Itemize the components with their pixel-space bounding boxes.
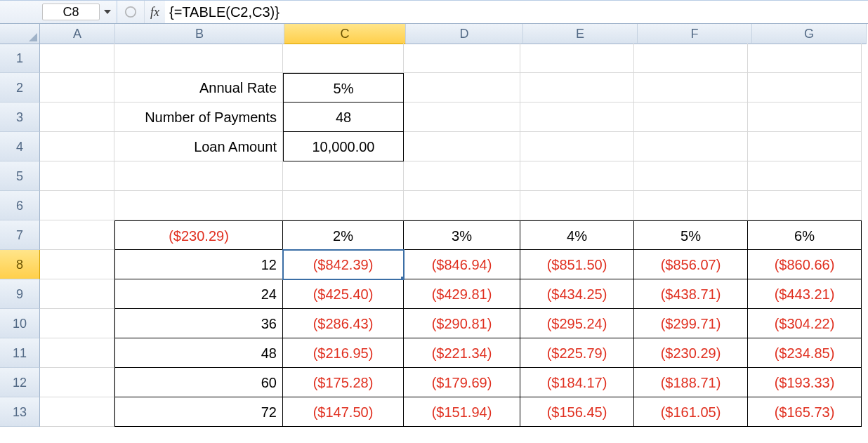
cell-F12[interactable]: ($188.71) — [634, 368, 748, 397]
cell-A12[interactable] — [40, 368, 114, 397]
cell-A13[interactable] — [40, 397, 114, 427]
cell-C1[interactable] — [283, 44, 404, 73]
fx-icon[interactable]: fx — [145, 5, 165, 20]
row-header-11[interactable]: 11 — [0, 338, 40, 368]
cell-B11[interactable]: 48 — [114, 338, 283, 368]
cell-F2[interactable] — [634, 73, 748, 103]
cell-C7[interactable]: 2% — [283, 220, 404, 250]
cell-D5[interactable] — [404, 161, 520, 191]
row-header-12[interactable]: 12 — [0, 368, 40, 397]
cell-G11[interactable]: ($234.85) — [748, 338, 862, 368]
cell-B6[interactable] — [114, 191, 283, 220]
cell-G10[interactable]: ($304.22) — [748, 309, 862, 338]
cell-D9[interactable]: ($429.81) — [404, 279, 520, 309]
cell-A4[interactable] — [40, 132, 114, 161]
cell-C8[interactable]: ($842.39) — [283, 250, 404, 279]
cell-E11[interactable]: ($225.79) — [520, 338, 634, 368]
cell-D7[interactable]: 3% — [404, 220, 520, 250]
cell-A10[interactable] — [40, 309, 114, 338]
cell-D10[interactable]: ($290.81) — [404, 309, 520, 338]
cell-G5[interactable] — [748, 161, 862, 191]
cell-E8[interactable]: ($851.50) — [520, 250, 634, 279]
cell-G6[interactable] — [748, 191, 862, 220]
row-header-8[interactable]: 8 — [0, 250, 40, 279]
cell-E6[interactable] — [520, 191, 634, 220]
cell-F6[interactable] — [634, 191, 748, 220]
row-header-10[interactable]: 10 — [0, 309, 40, 338]
cell-B8[interactable]: 12 — [114, 250, 283, 279]
cell-G9[interactable]: ($443.21) — [748, 279, 862, 309]
cell-F10[interactable]: ($299.71) — [634, 309, 748, 338]
cell-F8[interactable]: ($856.07) — [634, 250, 748, 279]
cell-G8[interactable]: ($860.66) — [748, 250, 862, 279]
cell-E3[interactable] — [520, 103, 634, 132]
cell-B2[interactable]: Annual Rate — [114, 73, 283, 103]
cell-E2[interactable] — [520, 73, 634, 103]
cell-D11[interactable]: ($221.34) — [404, 338, 520, 368]
cell-B12[interactable]: 60 — [114, 368, 283, 397]
cell-B1[interactable] — [114, 44, 283, 73]
cell-C9[interactable]: ($425.40) — [283, 279, 404, 309]
select-all-corner[interactable] — [0, 24, 40, 44]
cell-F3[interactable] — [634, 103, 748, 132]
cell-B9[interactable]: 24 — [114, 279, 283, 309]
cell-A11[interactable] — [40, 338, 114, 368]
row-header-7[interactable]: 7 — [0, 220, 40, 250]
cell-E9[interactable]: ($434.25) — [520, 279, 634, 309]
col-header-E[interactable]: E — [523, 24, 638, 44]
cell-D8[interactable]: ($846.94) — [404, 250, 520, 279]
cell-E12[interactable]: ($184.17) — [520, 368, 634, 397]
cell-C3[interactable]: 48 — [283, 103, 404, 132]
cell-C13[interactable]: ($147.50) — [283, 397, 404, 427]
cell-C10[interactable]: ($286.43) — [283, 309, 404, 338]
cell-F4[interactable] — [634, 132, 748, 161]
cell-D2[interactable] — [404, 73, 520, 103]
col-header-A[interactable]: A — [40, 24, 115, 44]
row-header-1[interactable]: 1 — [0, 44, 40, 73]
col-header-G[interactable]: G — [752, 24, 867, 44]
col-header-B[interactable]: B — [115, 24, 284, 44]
col-header-D[interactable]: D — [406, 24, 523, 44]
cell-D3[interactable] — [404, 103, 520, 132]
row-header-5[interactable]: 5 — [0, 161, 40, 191]
cell-C12[interactable]: ($175.28) — [283, 368, 404, 397]
row-header-2[interactable]: 2 — [0, 73, 40, 103]
cell-G2[interactable] — [748, 73, 862, 103]
cell-G7[interactable]: 6% — [748, 220, 862, 250]
cell-A3[interactable] — [40, 103, 114, 132]
row-header-3[interactable]: 3 — [0, 103, 40, 132]
cell-G12[interactable]: ($193.33) — [748, 368, 862, 397]
cell-E10[interactable]: ($295.24) — [520, 309, 634, 338]
cell-C6[interactable] — [283, 191, 404, 220]
cell-B4[interactable]: Loan Amount — [114, 132, 283, 161]
cell-G13[interactable]: ($165.73) — [748, 397, 862, 427]
cell-E7[interactable]: 4% — [520, 220, 634, 250]
row-header-9[interactable]: 9 — [0, 279, 40, 309]
cell-D13[interactable]: ($151.94) — [404, 397, 520, 427]
cell-E1[interactable] — [520, 44, 634, 73]
cell-A7[interactable] — [40, 220, 114, 250]
cell-B5[interactable] — [114, 161, 283, 191]
cell-F13[interactable]: ($161.05) — [634, 397, 748, 427]
row-header-13[interactable]: 13 — [0, 397, 40, 427]
formula-input[interactable]: {=TABLE(C2,C3)} — [165, 1, 868, 23]
cell-D12[interactable]: ($179.69) — [404, 368, 520, 397]
row-header-6[interactable]: 6 — [0, 191, 40, 220]
cell-B13[interactable]: 72 — [114, 397, 283, 427]
cell-B7[interactable]: ($230.29) — [114, 220, 283, 250]
name-box[interactable]: C8 — [42, 4, 100, 20]
cell-F11[interactable]: ($230.29) — [634, 338, 748, 368]
cell-G4[interactable] — [748, 132, 862, 161]
cell-C2[interactable]: 5% — [283, 73, 404, 103]
row-header-4[interactable]: 4 — [0, 132, 40, 161]
cancel-icon[interactable] — [124, 6, 137, 18]
cell-F7[interactable]: 5% — [634, 220, 748, 250]
cell-D1[interactable] — [404, 44, 520, 73]
cell-A9[interactable] — [40, 279, 114, 309]
cell-A6[interactable] — [40, 191, 114, 220]
cell-B10[interactable]: 36 — [114, 309, 283, 338]
cell-G1[interactable] — [748, 44, 862, 73]
cell-E13[interactable]: ($156.45) — [520, 397, 634, 427]
col-header-C[interactable]: C — [284, 24, 406, 44]
cell-E4[interactable] — [520, 132, 634, 161]
